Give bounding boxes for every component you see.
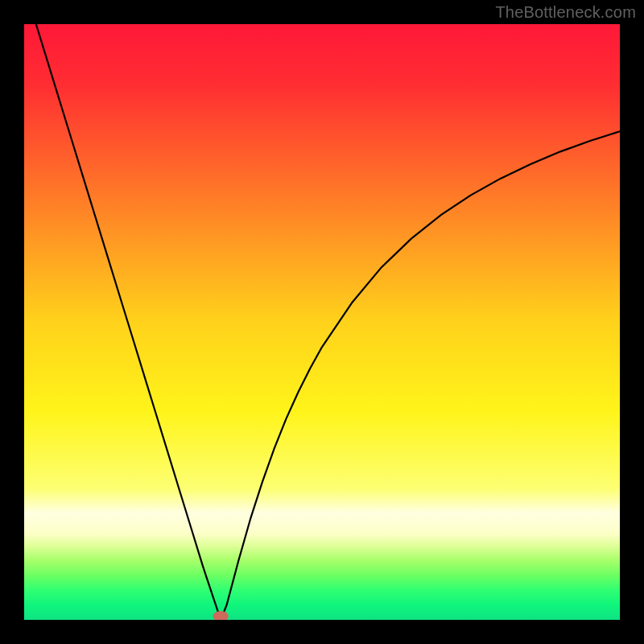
chart-container: TheBottleneck.com bbox=[0, 0, 644, 644]
watermark-text: TheBottleneck.com bbox=[495, 3, 636, 22]
bottleneck-chart bbox=[24, 24, 620, 620]
plot-background bbox=[24, 24, 620, 620]
